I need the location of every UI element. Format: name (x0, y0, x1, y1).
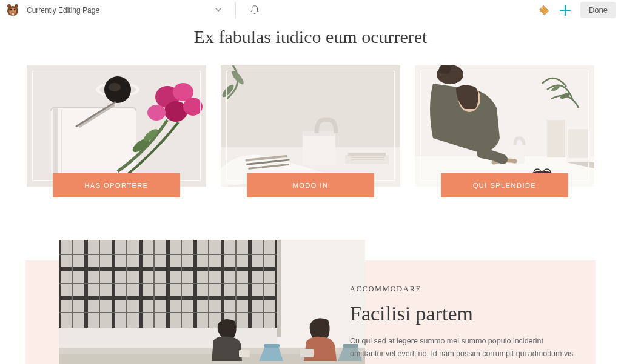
svg-point-5 (10, 8, 12, 10)
svg-point-25 (147, 105, 166, 121)
svg-point-4 (11, 12, 15, 14)
topbar: Currently Editing Page Done (0, 0, 621, 21)
done-button[interactable]: Done (580, 2, 616, 18)
svg-point-2 (7, 4, 11, 8)
feature-title: Facilisi partem (350, 302, 574, 325)
feature-text: ACCOMMODARE Facilisi partem Cu qui sed a… (350, 285, 586, 364)
svg-rect-7 (12, 13, 12, 16)
svg-rect-45 (547, 120, 565, 157)
svg-point-24 (183, 98, 203, 116)
card-3[interactable]: QUI SPLENDIDE (415, 65, 594, 187)
svg-point-6 (14, 8, 15, 10)
topbar-left: Currently Editing Page (5, 2, 260, 19)
card-image-desk (221, 65, 400, 187)
svg-rect-8 (13, 13, 13, 16)
section-heading: Ex fabulas iudico eum ocurreret (0, 27, 621, 47)
app-logo[interactable] (5, 2, 21, 18)
page-title[interactable]: Currently Editing Page (27, 6, 99, 15)
feature-section: ACCOMMODARE Facilisi partem Cu qui sed a… (0, 240, 621, 364)
card-button-1[interactable]: HAS OPORTERE (53, 173, 180, 197)
feature-body: Cu qui sed at legere summo mel summo pop… (350, 335, 574, 364)
plus-icon[interactable] (559, 4, 572, 17)
card-image-flowers (27, 65, 206, 187)
svg-rect-36 (348, 153, 386, 156)
card-button-3[interactable]: QUI SPLENDIDE (441, 173, 568, 197)
svg-rect-81 (277, 240, 281, 337)
bell-icon[interactable] (249, 4, 260, 17)
svg-rect-34 (303, 131, 335, 136)
card-image-woman (415, 65, 594, 187)
svg-rect-88 (264, 344, 280, 348)
svg-point-9 (542, 7, 543, 8)
feature-eyebrow: ACCOMMODARE (350, 285, 574, 294)
svg-rect-85 (239, 350, 250, 357)
card-2[interactable]: MODO IN (221, 65, 400, 187)
card-1[interactable]: HAS OPORTERE (27, 65, 206, 187)
svg-rect-53 (536, 171, 548, 172)
cards-row: HAS OPORTERE (0, 65, 621, 187)
svg-rect-35 (345, 155, 389, 164)
chevron-down-icon[interactable] (215, 5, 222, 16)
divider (235, 2, 236, 19)
svg-point-3 (15, 4, 18, 8)
feature-image (59, 240, 365, 364)
svg-rect-87 (300, 349, 314, 357)
svg-point-18 (109, 83, 121, 91)
page-content: Ex fabulas iudico eum ocurreret (0, 21, 621, 364)
svg-rect-47 (568, 129, 589, 158)
svg-rect-33 (303, 133, 335, 165)
tag-icon[interactable] (538, 4, 550, 16)
topbar-right: Done (538, 2, 616, 18)
card-button-2[interactable]: MODO IN (247, 173, 374, 197)
